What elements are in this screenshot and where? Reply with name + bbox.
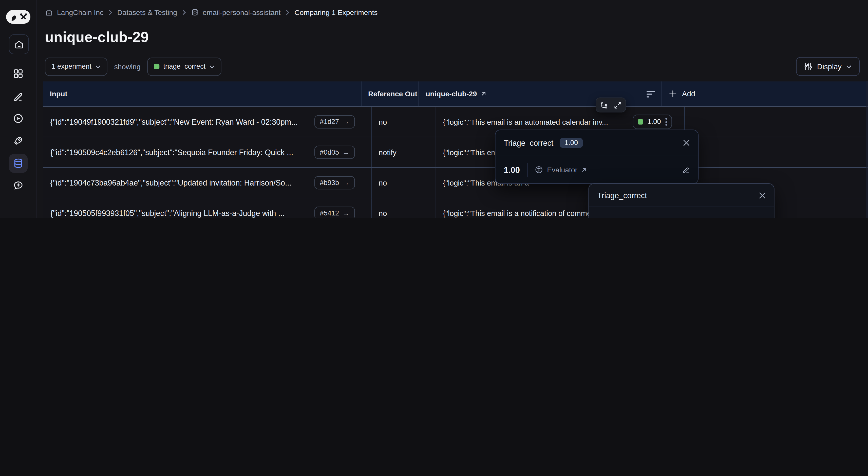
row-input-json: {"id":"19049f1900321fd9","subject":"New … <box>51 117 308 126</box>
add-column-button[interactable]: Add <box>662 81 868 106</box>
add-column-cell <box>685 107 868 137</box>
kebab-menu-icon[interactable] <box>665 118 667 126</box>
correction-dialog-title: Triage_correct <box>597 191 647 200</box>
sidebar-item-home[interactable] <box>9 34 29 54</box>
add-column-label: Add <box>682 90 695 98</box>
add-column-cell <box>685 138 868 167</box>
experiment-column-title: unique-club-29 <box>426 90 477 98</box>
grid-icon <box>13 68 24 79</box>
chevron-right-icon <box>108 9 112 16</box>
chevron-down-icon <box>846 65 852 68</box>
column-menu-icon[interactable] <box>647 90 655 97</box>
langsmith-logo[interactable] <box>6 10 30 24</box>
example-id: #5412 <box>320 209 339 217</box>
example-id-badge[interactable]: #1d27 → <box>314 115 355 128</box>
table-row[interactable]: {"id":"19049f1900321fd9","subject":"New … <box>43 107 868 138</box>
home-icon <box>14 39 24 50</box>
sidebar-item-annotations[interactable] <box>9 87 28 106</box>
score-popover: Triage_correct 1.00 1.00 Evaluator <box>495 129 699 184</box>
edit-pencil-icon[interactable] <box>682 166 690 174</box>
sidebar-item-datasets[interactable] <box>9 154 28 173</box>
experiment-selector[interactable]: 1 experiment <box>45 57 107 76</box>
reference-output-value: no <box>378 209 387 217</box>
external-link-icon <box>581 167 587 173</box>
close-icon[interactable] <box>759 192 765 199</box>
close-icon[interactable] <box>683 140 690 146</box>
display-button-label: Display <box>817 62 842 71</box>
display-button[interactable]: Display <box>796 57 860 76</box>
score-popover-title: Triage_correct <box>504 139 553 147</box>
row-output-json: {"logic":"This email is an automated cal… <box>443 118 627 126</box>
showing-label: showing <box>114 62 141 71</box>
score-popover-body: 1.00 Evaluator <box>495 156 698 183</box>
metric-selector-label: triage_correct <box>163 63 206 70</box>
sidebar-item-dashboards[interactable] <box>9 64 28 83</box>
metric-selector[interactable]: triage_correct <box>147 57 222 76</box>
tools-icon <box>19 13 27 21</box>
score-popover-badge: 1.00 <box>559 138 583 148</box>
expand-icon[interactable] <box>614 101 622 109</box>
arrow-right-icon: → <box>342 209 349 217</box>
breadcrumb-dataset[interactable]: email-personal-assistant <box>191 8 281 17</box>
chevron-right-icon <box>182 9 186 16</box>
correction-dialog-body: Make correction Add explanation (optiona… <box>589 207 774 218</box>
score-color-dot <box>638 119 643 125</box>
example-id-badge[interactable]: #0d05 → <box>314 146 355 159</box>
scrollbar[interactable] <box>866 81 868 218</box>
database-icon <box>13 158 24 169</box>
external-link-icon[interactable] <box>480 91 487 97</box>
row-input-json: {"id":"190509c4c2eb6126","subject":"Sequ… <box>51 148 308 157</box>
evaluator-brain-icon <box>535 166 543 174</box>
reference-output-value: no <box>378 118 387 126</box>
sidebar-item-feedback[interactable] <box>9 176 28 195</box>
evaluator-link[interactable]: Evaluator <box>535 166 587 174</box>
bird-icon <box>9 12 18 21</box>
column-header-input[interactable]: Input <box>43 81 361 106</box>
example-id: #0d05 <box>320 149 339 156</box>
arrow-right-icon: → <box>342 118 349 126</box>
chevron-down-icon <box>95 65 101 68</box>
row-input-json: {"id":"1904c73ba96ab4ae","subject":"Upda… <box>51 178 308 187</box>
arrow-right-icon: → <box>342 149 349 156</box>
filter-toolbar: 1 experiment showing triage_correct <box>45 57 222 76</box>
evaluator-label: Evaluator <box>547 166 578 174</box>
reference-output-value: notify <box>378 148 397 156</box>
breadcrumb-org[interactable]: LangChain Inc <box>45 8 103 17</box>
breadcrumb: LangChain Inc Datasets & Testing email-p… <box>45 8 378 17</box>
table-header-row: Input Reference Out unique-club-29 Add <box>43 81 868 107</box>
sidebar-item-playground[interactable] <box>9 109 28 128</box>
example-id: #b93b <box>320 179 339 187</box>
sliders-icon <box>804 62 812 71</box>
play-circle-icon <box>13 113 24 124</box>
example-id-badge[interactable]: #b93b → <box>314 176 355 189</box>
breadcrumb-current: Comparing 1 Experiments <box>294 8 377 17</box>
example-id: #1d27 <box>320 118 339 126</box>
sidebar: L <box>0 0 37 218</box>
correction-dialog-header: Triage_correct <box>589 184 774 207</box>
pencil-icon <box>13 91 24 102</box>
database-icon <box>191 8 199 17</box>
row-input-json: {"id":"190505f993931f05","subject":"Alig… <box>51 209 308 218</box>
metric-color-dot <box>154 64 159 69</box>
chevron-down-icon <box>210 65 215 68</box>
page-title: unique-club-29 <box>45 29 149 46</box>
app-window: L LangChain Inc Datasets & Testing email… <box>0 0 868 218</box>
example-id-badge[interactable]: #5412 → <box>314 207 355 218</box>
experiment-selector-label: 1 experiment <box>52 63 91 70</box>
plus-icon <box>669 90 677 98</box>
score-value: 1.00 <box>648 118 661 126</box>
rocket-icon <box>13 135 24 146</box>
column-header-reference-output[interactable]: Reference Out <box>362 81 419 106</box>
score-popover-header: Triage_correct 1.00 <box>495 130 698 156</box>
cell-hover-toolbar <box>596 97 626 113</box>
table-row[interactable]: {"id":"190509c4c2eb6126","subject":"Sequ… <box>43 138 868 168</box>
correction-dialog: Triage_correct Make correction Add expla… <box>589 183 775 218</box>
sidebar-item-deployments[interactable] <box>9 131 28 150</box>
score-popover-value: 1.00 <box>504 165 520 174</box>
divider <box>527 162 527 177</box>
trace-tree-icon[interactable] <box>600 101 608 109</box>
home-icon <box>45 8 53 17</box>
score-badge[interactable]: 1.00 <box>632 115 672 129</box>
breadcrumb-datasets[interactable]: Datasets & Testing <box>117 8 177 17</box>
arrow-right-icon: → <box>342 179 349 187</box>
